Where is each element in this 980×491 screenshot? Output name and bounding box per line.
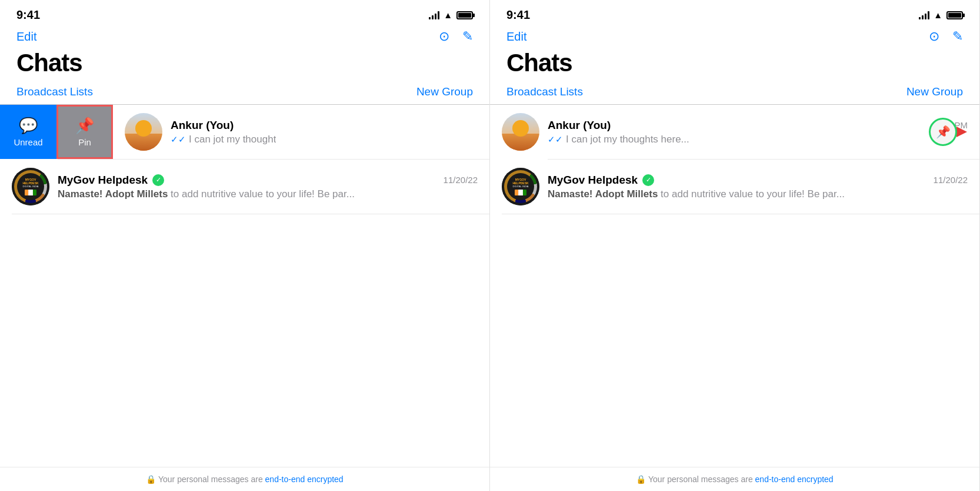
- title-area-right: Chats: [490, 48, 979, 81]
- chat-list-right: Ankur (You) 1:14 PM ✓✓ I can jot my thou…: [490, 105, 979, 467]
- chat-name-ankur-right: Ankur (You): [548, 119, 611, 132]
- chat-content-ankur-left[interactable]: Ankur (You) ✓✓ I can jot my thought: [113, 105, 489, 159]
- unread-label: Unread: [14, 137, 42, 147]
- chat-name-ankur-left: Ankur (You): [171, 119, 234, 132]
- status-icons-left: ▲: [429, 10, 473, 20]
- new-group-left[interactable]: New Group: [416, 85, 473, 98]
- preview-text-mygov-left: Namaste! Adopt Millets to add nutritive …: [58, 188, 355, 200]
- header-icons-right: ⊙ ✎: [929, 29, 963, 44]
- pin-annotation: 📌: [934, 123, 969, 141]
- lock-icon-left: 🔒: [146, 475, 158, 484]
- chat-time-mygov-right: 11/20/22: [934, 175, 968, 185]
- actions-row-left: Broadcast Lists New Group: [0, 81, 489, 104]
- broadcast-lists-right[interactable]: Broadcast Lists: [506, 85, 583, 98]
- wifi-icon-right: ▲: [934, 10, 942, 20]
- status-bar-right: 9:41 ▲: [490, 0, 979, 26]
- chat-name-mygov-left: MyGov Helpdesk: [58, 174, 148, 187]
- footer-text-right: Your personal messages are: [648, 475, 755, 484]
- header-icons-left: ⊙ ✎: [439, 29, 473, 44]
- unread-button-left[interactable]: 💬 Unread: [0, 105, 56, 159]
- chats-title-right: Chats: [506, 49, 963, 77]
- chat-top-ankur-left: Ankur (You): [171, 119, 478, 132]
- chat-item-ankur-right[interactable]: Ankur (You) 1:14 PM ✓✓ I can jot my thou…: [490, 105, 979, 159]
- pin-icon: 📌: [75, 117, 94, 135]
- avatar-mygov-right: MYGOVHELPDESK DIGITAL INDIA: [502, 168, 539, 205]
- status-time-right: 9:41: [506, 8, 530, 22]
- chat-top-mygov-left: MyGov Helpdesk ✓ 11/20/22: [58, 174, 478, 187]
- chat-item-ankur-left[interactable]: 💬 Unread 📌 Pin Ankur (You): [0, 105, 489, 159]
- chat-top-ankur-right: Ankur (You) 1:14 PM: [548, 119, 968, 132]
- avatar-ankur-right: [502, 113, 539, 151]
- preview-text-mygov-right: Namaste! Adopt Millets to add nutritive …: [548, 188, 845, 200]
- pin-circle-annotation: 📌: [929, 118, 957, 146]
- footer-left: 🔒 Your personal messages are end-to-end …: [0, 467, 489, 491]
- separator-2-left: [12, 214, 489, 214]
- chat-item-mygov-left[interactable]: MYGOVHELPDESK DIGITAL INDIA MyGov Helpde…: [0, 160, 489, 214]
- actions-row-right: Broadcast Lists New Group: [490, 81, 979, 104]
- header-left: Edit ⊙ ✎: [0, 26, 489, 48]
- battery-icon-right: [946, 11, 963, 19]
- double-check-icon-left: ✓✓: [171, 134, 186, 145]
- avatar-mygov-left: MYGOVHELPDESK DIGITAL INDIA: [12, 168, 49, 205]
- verified-badge-mygov-left: ✓: [152, 174, 164, 186]
- chat-top-mygov-right: MyGov Helpdesk ✓ 11/20/22: [548, 174, 968, 187]
- title-area-left: Chats: [0, 48, 489, 81]
- chat-preview-mygov-left: Namaste! Adopt Millets to add nutritive …: [58, 188, 478, 200]
- compose-icon-right[interactable]: ✎: [952, 29, 963, 44]
- chat-info-ankur-right: Ankur (You) 1:14 PM ✓✓ I can jot my thou…: [548, 119, 968, 145]
- chat-preview-ankur-left: ✓✓ I can jot my thought: [171, 134, 478, 145]
- footer-right: 🔒 Your personal messages are end-to-end …: [490, 467, 979, 491]
- chat-info-ankur-left: Ankur (You) ✓✓ I can jot my thought: [171, 119, 478, 145]
- compose-icon-left[interactable]: ✎: [462, 29, 473, 44]
- verified-badge-mygov-right: ✓: [642, 174, 654, 186]
- edit-button-left[interactable]: Edit: [16, 30, 36, 44]
- camera-icon-left[interactable]: ⊙: [439, 29, 449, 44]
- chat-info-mygov-right: MyGov Helpdesk ✓ 11/20/22 Namaste! Adopt…: [548, 174, 968, 200]
- double-check-icon-right: ✓✓: [548, 134, 563, 145]
- signal-icon-left: [429, 11, 439, 19]
- camera-icon-right[interactable]: ⊙: [929, 29, 939, 44]
- status-time-left: 9:41: [16, 8, 40, 22]
- footer-link-left[interactable]: end-to-end encrypted: [265, 475, 344, 484]
- preview-text-ankur-right: I can jot my thoughts here...: [566, 134, 689, 145]
- chat-preview-mygov-right: Namaste! Adopt Millets to add nutritive …: [548, 188, 968, 200]
- chats-title-left: Chats: [16, 49, 473, 77]
- chat-item-mygov-right[interactable]: MYGOVHELPDESK DIGITAL INDIA MyGov Helpde…: [490, 160, 979, 214]
- battery-icon-left: [456, 11, 473, 19]
- phone-panel-left: 9:41 ▲ Edit ⊙ ✎ Chats Broadcast Lists Ne…: [0, 0, 490, 491]
- signal-icon-right: [919, 11, 929, 19]
- footer-link-right[interactable]: end-to-end encrypted: [755, 475, 834, 484]
- chat-name-mygov-right: MyGov Helpdesk: [548, 174, 638, 187]
- phone-panel-right: 9:41 ▲ Edit ⊙ ✎ Chats Broadcast Lists Ne…: [490, 0, 980, 491]
- status-bar-left: 9:41 ▲: [0, 0, 489, 26]
- edit-button-right[interactable]: Edit: [506, 30, 526, 44]
- wifi-icon-left: ▲: [444, 10, 452, 20]
- header-right: Edit ⊙ ✎: [490, 26, 979, 48]
- preview-text-ankur-left: I can jot my thought: [189, 134, 276, 145]
- pin-label: Pin: [78, 137, 91, 147]
- broadcast-lists-left[interactable]: Broadcast Lists: [16, 85, 93, 98]
- footer-text-left: Your personal messages are: [158, 475, 265, 484]
- avatar-ankur-left: [125, 113, 162, 151]
- status-icons-right: ▲: [919, 10, 963, 20]
- separator-2-right: [502, 214, 979, 214]
- unread-icon: 💬: [19, 117, 38, 135]
- lock-icon-right: 🔒: [636, 475, 648, 484]
- new-group-right[interactable]: New Group: [906, 85, 963, 98]
- chat-time-mygov-left: 11/20/22: [444, 175, 478, 185]
- chat-info-mygov-left: MyGov Helpdesk ✓ 11/20/22 Namaste! Adopt…: [58, 174, 478, 200]
- chat-preview-ankur-right: ✓✓ I can jot my thoughts here...: [548, 134, 968, 145]
- pin-button-left[interactable]: 📌 Pin: [56, 105, 113, 159]
- chat-list-left: 💬 Unread 📌 Pin Ankur (You): [0, 105, 489, 467]
